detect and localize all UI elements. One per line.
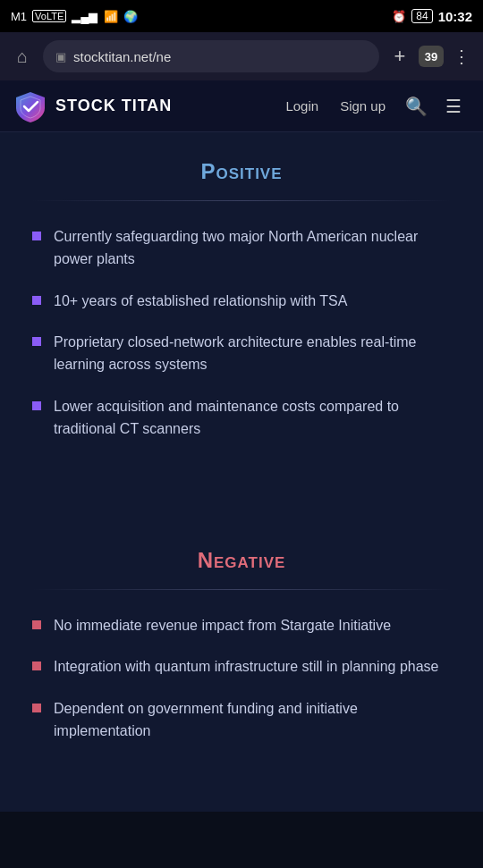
search-icon[interactable]: 🔍 (398, 92, 435, 121)
negative-bullet-list: No immediate revenue impact from Stargat… (32, 615, 451, 743)
alarm-icon: ⏰ (392, 10, 406, 23)
browser-bar: ⌂ ▣ stocktitan.net/ne + 39 ⋮ (0, 32, 483, 80)
negative-bullet-item: Dependent on government funding and init… (32, 698, 451, 743)
login-link[interactable]: Login (276, 93, 327, 119)
negative-bullet-text-3: Dependent on government funding and init… (54, 698, 451, 743)
url-text: stocktitan.net/ne (73, 49, 367, 64)
positive-bullet-text-3: Proprietary closed-network architecture … (54, 332, 451, 376)
status-time: 10:32 (438, 9, 472, 24)
home-button[interactable]: ⌂ (9, 43, 36, 70)
status-right: ⏰ 84 10:32 (392, 9, 472, 24)
positive-title: Positive (32, 159, 451, 184)
bullet-icon (32, 704, 41, 712)
negative-section: Negative No immediate revenue impact fro… (0, 521, 483, 779)
status-left: M1 VoLTE ▂▄▆ 📶 🌍 (11, 10, 138, 23)
positive-divider (32, 200, 451, 201)
browser-actions: + 39 ⋮ (386, 43, 474, 70)
extra-icon: 🌍 (123, 10, 138, 23)
signal-icon: ▂▄▆ (72, 10, 97, 23)
new-tab-button[interactable]: + (386, 43, 413, 70)
volte-badge: VoLTE (32, 10, 66, 22)
wifi-icon: 📶 (104, 10, 118, 23)
main-content: Positive Currently safeguarding two majo… (0, 132, 483, 812)
browser-menu-button[interactable]: ⋮ (449, 44, 474, 69)
positive-bullet-item: 10+ years of established relationship wi… (32, 291, 451, 313)
carrier-label: M1 (11, 10, 27, 23)
bullet-icon (32, 337, 41, 346)
section-spacer (0, 476, 483, 521)
tabs-count-button[interactable]: 39 (419, 46, 444, 67)
url-bar[interactable]: ▣ stocktitan.net/ne (43, 40, 379, 72)
positive-bullet-text-4: Lower acquisition and maintenance costs … (54, 396, 451, 441)
battery-icon: 84 (411, 9, 432, 23)
positive-bullet-text-1: Currently safeguarding two major North A… (54, 226, 451, 271)
menu-icon[interactable]: ☰ (438, 92, 469, 121)
negative-title: Negative (32, 548, 451, 573)
positive-bullet-item: Lower acquisition and maintenance costs … (32, 396, 451, 441)
positive-bullet-text-2: 10+ years of established relationship wi… (54, 291, 347, 313)
bullet-icon (32, 296, 41, 305)
status-bar: M1 VoLTE ▂▄▆ 📶 🌍 ⏰ 84 10:32 (0, 0, 483, 32)
nav-links: Login Sign up 🔍 ☰ (276, 92, 469, 121)
positive-bullet-list: Currently safeguarding two major North A… (32, 226, 451, 441)
negative-bullet-text-1: No immediate revenue impact from Stargat… (54, 615, 391, 637)
bullet-icon (32, 620, 41, 629)
security-icon: ▣ (55, 50, 66, 63)
negative-bullet-text-2: Integration with quantum infrastructure … (54, 656, 438, 678)
signup-link[interactable]: Sign up (331, 93, 394, 119)
negative-bullet-item: Integration with quantum infrastructure … (32, 656, 451, 678)
positive-bullet-item: Currently safeguarding two major North A… (32, 226, 451, 271)
nav-logo: STOCK TITAN (14, 90, 276, 122)
bullet-icon (32, 662, 41, 670)
nav-logo-text: STOCK TITAN (55, 97, 172, 115)
logo-icon (14, 90, 47, 122)
bullet-icon (32, 232, 41, 240)
positive-bullet-item: Proprietary closed-network architecture … (32, 332, 451, 376)
nav-bar: STOCK TITAN Login Sign up 🔍 ☰ (0, 80, 483, 132)
positive-section: Positive Currently safeguarding two majo… (0, 132, 483, 476)
negative-bullet-item: No immediate revenue impact from Stargat… (32, 615, 451, 637)
negative-divider (32, 589, 451, 590)
bullet-icon (32, 401, 41, 410)
